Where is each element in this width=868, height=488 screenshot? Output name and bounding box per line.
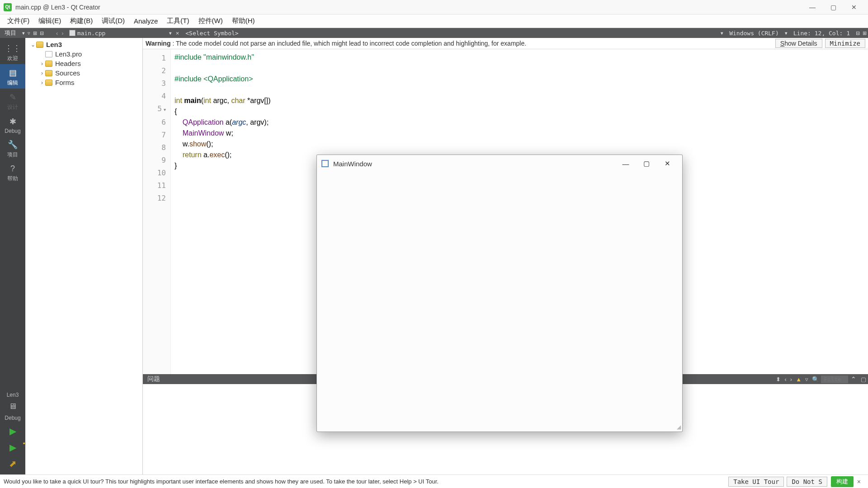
line-number[interactable]: 5▾ (143, 103, 170, 116)
chevron-right-icon[interactable]: › (39, 80, 45, 86)
run-button[interactable]: ▶ (9, 423, 16, 439)
code-line[interactable]: #include <QApplication> (175, 74, 864, 84)
build-button[interactable]: ⬈ (9, 455, 17, 472)
nav-back-icon[interactable]: ‹ (54, 30, 60, 37)
menu-edit[interactable]: 编辑(E) (34, 15, 66, 27)
mode-help[interactable]: ?帮助 (0, 160, 25, 184)
menu-debug[interactable]: 调试(D) (97, 15, 129, 27)
filter-icon-2[interactable]: ▿ (26, 30, 32, 36)
encoding-dropdown[interactable]: Windows (CRLF) (725, 30, 783, 37)
bug-overlay-icon: ● (23, 441, 25, 446)
filter-icon[interactable]: ▿ (803, 376, 810, 383)
menu-analyze[interactable]: Analyze (129, 15, 162, 27)
line-number[interactable]: 3 (143, 77, 170, 90)
chevron-down-icon[interactable]: ⌄ (30, 42, 36, 48)
tree-label: Len3 (46, 41, 62, 48)
project-dropdown[interactable]: 项目 (0, 29, 21, 37)
menu-help[interactable]: 帮助(H) (227, 15, 259, 27)
window-maximize-icon[interactable]: ▢ (823, 0, 844, 14)
popup-minimize-icon[interactable]: — (615, 156, 636, 171)
menu-build[interactable]: 构建(B) (66, 15, 97, 27)
popup-maximize-icon[interactable]: ▢ (636, 156, 657, 171)
kit-selector-config[interactable]: Debug (0, 413, 25, 423)
issues-filter-input[interactable] (821, 375, 848, 383)
toolbar-icon[interactable]: ⊞ (861, 30, 868, 36)
warning-filter-icon[interactable]: ▲ (794, 376, 803, 383)
line-number[interactable]: 6 (143, 116, 170, 129)
close-split-icon[interactable]: ⊟ (38, 30, 45, 36)
running-app-window[interactable]: MainWindow — ▢ ✕ ◢ (316, 155, 683, 432)
line-number[interactable]: 4 (143, 90, 170, 103)
mode-design[interactable]: ✎设计 (0, 89, 25, 113)
symbol-dropdown[interactable]: <Select Symbol> (182, 30, 242, 37)
nav-next-icon[interactable]: › (788, 376, 794, 383)
resize-grip-icon[interactable]: ◢ (677, 424, 681, 430)
line-number[interactable]: 12 (143, 192, 170, 205)
do-not-show-button[interactable]: Do Not S (787, 477, 827, 487)
nav-forward-icon[interactable]: › (60, 30, 65, 37)
code-line[interactable]: int main(int argc, char *argv[]) (175, 95, 864, 106)
tree-folder-headers[interactable]: ›Headers (26, 59, 142, 68)
tree-project-root[interactable]: ⌄Len3 (26, 40, 142, 49)
kit-selector-project[interactable]: Len3 (0, 390, 25, 400)
mode-debug[interactable]: ✱Debug (0, 113, 25, 136)
code-line[interactable]: QApplication a(argc, argv); (175, 117, 864, 128)
close-panel-icon[interactable]: ▢ (859, 376, 868, 383)
code-line[interactable]: { (175, 106, 864, 117)
monitor-icon[interactable]: 🖥 (0, 400, 25, 413)
code-line[interactable]: MainWindow w; (175, 128, 864, 139)
question-icon: ? (10, 164, 15, 174)
menu-file[interactable]: 文件(F) (3, 15, 34, 27)
tree-folder-sources[interactable]: ›Sources (26, 68, 142, 78)
build-progress-badge[interactable]: 构建 (831, 476, 854, 487)
line-number[interactable]: 2 (143, 65, 170, 77)
mode-welcome[interactable]: ⋮⋮欢迎 (0, 40, 25, 64)
line-number-gutter[interactable]: 12345▾6789101112 (143, 49, 171, 374)
line-number[interactable]: 8 (143, 141, 170, 154)
show-details-button[interactable]: Show Details (775, 39, 822, 48)
chevron-right-icon[interactable]: › (39, 70, 45, 76)
chevron-right-icon[interactable]: › (39, 61, 45, 67)
code-line[interactable] (175, 84, 864, 95)
tree-pro-file[interactable]: Len3.pro (26, 49, 142, 59)
editor-toolbar: 项目 ▾ ▿ ⊞ ⊟ ‹ › main.cpp ▾ × <Select Symb… (0, 28, 868, 38)
menu-widgets[interactable]: 控件(W) (194, 15, 227, 27)
warning-text: : The code model could not parse an incl… (172, 40, 772, 47)
popup-close-icon[interactable]: ✕ (657, 156, 678, 171)
mode-projects[interactable]: 🔧项目 (0, 136, 25, 160)
fold-icon[interactable]: ▾ (164, 107, 166, 112)
code-line[interactable]: w.show(); (175, 139, 864, 150)
take-ui-tour-button[interactable]: Take UI Tour (728, 477, 784, 487)
issues-icon[interactable]: ⬍ (774, 376, 783, 383)
code-line[interactable] (175, 63, 864, 74)
minimize-warning-button[interactable]: Minimize (825, 39, 865, 48)
collapse-icon[interactable]: ⌃ (848, 375, 859, 383)
toolbar-icon[interactable]: ⊟ (854, 30, 861, 36)
nav-prev-icon[interactable]: ‹ (783, 376, 788, 383)
run-debug-button[interactable]: ▶● (9, 439, 16, 455)
tree-label: Headers (55, 60, 81, 67)
tree-folder-forms[interactable]: ›Forms (26, 78, 142, 87)
cursor-position[interactable]: Line: 12, Col: 1 (789, 30, 854, 37)
line-number[interactable]: 11 (143, 179, 170, 192)
open-file-dropdown[interactable]: main.cpp (77, 30, 168, 37)
popup-titlebar[interactable]: MainWindow — ▢ ✕ (317, 155, 682, 172)
split-icon[interactable]: ⊞ (32, 30, 38, 36)
window-minimize-icon[interactable]: — (802, 0, 823, 14)
file-dropdown-icon[interactable]: ▾ (168, 30, 173, 36)
mode-edit[interactable]: ▤编辑 (0, 64, 25, 89)
menubar: 文件(F) 编辑(E) 构建(B) 调试(D) Analyze 工具(T) 控件… (0, 14, 868, 28)
window-close-icon[interactable]: ✕ (844, 0, 864, 14)
line-number[interactable]: 10 (143, 167, 170, 179)
line-number[interactable]: 1 (143, 52, 170, 65)
issues-panel-title[interactable]: 问题 (143, 375, 165, 383)
line-number[interactable]: 9 (143, 154, 170, 167)
line-number[interactable]: 7 (143, 129, 170, 141)
close-file-button[interactable]: × (173, 30, 182, 37)
close-tour-icon[interactable]: × (854, 478, 864, 485)
window-title: main.cpp @ Len3 - Qt Creator (15, 4, 100, 11)
code-line[interactable]: #include "mainwindow.h" (175, 52, 864, 63)
filter-icon[interactable]: ▾ (21, 30, 26, 36)
mode-label: 设计 (7, 103, 18, 111)
menu-tools[interactable]: 工具(T) (162, 15, 193, 27)
